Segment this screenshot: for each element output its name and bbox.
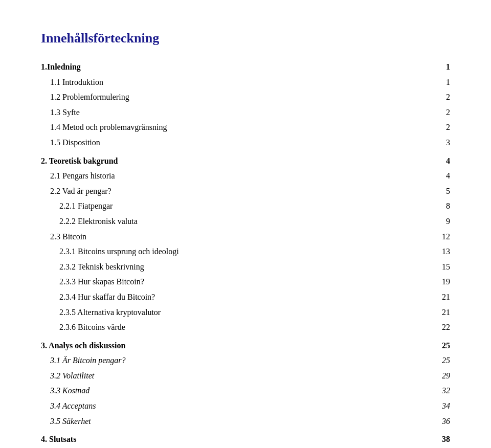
toc-item-2.2: 2.2 Vad är pengar?5 [41, 185, 450, 198]
toc-page-2.3.5: 21 [435, 306, 450, 319]
toc-page-3.1: 25 [435, 354, 450, 367]
toc-item-1.3: 1.3 Syfte2 [41, 106, 450, 119]
toc-label-1.4: 1.4 Metod och problemavgränsning [50, 121, 435, 134]
toc-item-1.5: 1.5 Disposition3 [41, 136, 450, 149]
toc-label-2.2.2: 2.2.2 Elektronisk valuta [59, 215, 435, 228]
toc-item-3.3: 3.3 Kostnad32 [41, 384, 450, 397]
toc-label-1: 1.Inledning [41, 60, 435, 74]
toc-label-3.1: 3.1 Är Bitcoin pengar? [50, 354, 435, 367]
toc-page-4: 38 [435, 433, 450, 446]
toc-label-2.3: 2.3 Bitcoin [50, 230, 435, 243]
toc-label-2.2.1: 2.2.1 Fiatpengar [59, 199, 435, 213]
toc-page-2: 4 [435, 154, 450, 168]
page-title: Innehållsförteckning [41, 31, 450, 46]
toc-label-2.3.1: 2.3.1 Bitcoins ursprung och ideologi [59, 245, 435, 258]
toc-page-2.2: 5 [435, 185, 450, 198]
toc-page-2.3.6: 22 [435, 321, 450, 334]
toc-item-3.2: 3.2 Volatilitet29 [41, 369, 450, 383]
toc-item-2.3: 2.3 Bitcoin12 [41, 230, 450, 243]
toc-item-2.3.1: 2.3.1 Bitcoins ursprung och ideologi13 [41, 245, 450, 258]
toc-label-2.3.2: 2.3.2 Teknisk beskrivning [59, 260, 435, 274]
toc-item-2.2.2: 2.2.2 Elektronisk valuta9 [41, 215, 450, 228]
toc-item-2: 2. Teoretisk bakgrund4 [41, 154, 450, 168]
toc-item-3.1: 3.1 Är Bitcoin pengar?25 [41, 354, 450, 367]
toc-page-1.2: 2 [435, 91, 450, 104]
toc-item-3.4: 3.4 Acceptans34 [41, 399, 450, 413]
toc-container: 1.Inledning11.1 Introduktion11.2 Problem… [41, 60, 450, 448]
toc-label-2.3.5: 2.3.5 Alternativa kryptovalutor [59, 306, 435, 319]
toc-page-1.1: 1 [435, 76, 450, 89]
toc-label-1.2: 1.2 Problemformulering [50, 91, 435, 104]
toc-page-2.2.1: 8 [435, 199, 450, 213]
toc-label-1.3: 1.3 Syfte [50, 106, 435, 119]
toc-item-1.2: 1.2 Problemformulering2 [41, 91, 450, 104]
toc-item-2.3.3: 2.3.3 Hur skapas Bitcoin?19 [41, 275, 450, 288]
toc-page-2.3.3: 19 [435, 275, 450, 288]
toc-label-1.1: 1.1 Introduktion [50, 76, 435, 89]
toc-page-1.4: 2 [435, 121, 450, 134]
toc-label-2: 2. Teoretisk bakgrund [41, 154, 435, 168]
toc-label-4: 4. Slutsats [41, 433, 435, 446]
toc-item-1.1: 1.1 Introduktion1 [41, 76, 450, 89]
toc-item-2.3.2: 2.3.2 Teknisk beskrivning15 [41, 260, 450, 274]
toc-page-2.1: 4 [435, 169, 450, 183]
toc-item-1.4: 1.4 Metod och problemavgränsning2 [41, 121, 450, 134]
toc-page-3.5: 36 [435, 415, 450, 428]
toc-item-3.5: 3.5 Säkerhet36 [41, 415, 450, 428]
toc-page-1.5: 3 [435, 136, 450, 149]
toc-label-1.5: 1.5 Disposition [50, 136, 435, 149]
toc-item-1: 1.Inledning1 [41, 60, 450, 74]
toc-page-3: 25 [435, 339, 450, 352]
toc-item-2.3.6: 2.3.6 Bitcoins värde22 [41, 321, 450, 334]
toc-item-2.3.4: 2.3.4 Hur skaffar du Bitcoin?21 [41, 290, 450, 304]
toc-page-3.2: 29 [435, 369, 450, 383]
toc-label-3.2: 3.2 Volatilitet [50, 369, 435, 383]
toc-item-2.2.1: 2.2.1 Fiatpengar8 [41, 199, 450, 213]
toc-label-2.1: 2.1 Pengars historia [50, 169, 435, 183]
toc-page-2.3.2: 15 [435, 260, 450, 274]
toc-page-2.2.2: 9 [435, 215, 450, 228]
toc-label-3.5: 3.5 Säkerhet [50, 415, 435, 428]
toc-label-3.4: 3.4 Acceptans [50, 399, 435, 413]
toc-item-3: 3. Analys och diskussion25 [41, 339, 450, 352]
toc-label-2.2: 2.2 Vad är pengar? [50, 185, 435, 198]
toc-page-3.3: 32 [435, 384, 450, 397]
toc-page-2.3.4: 21 [435, 290, 450, 304]
toc-label-3.3: 3.3 Kostnad [50, 384, 435, 397]
toc-label-2.3.6: 2.3.6 Bitcoins värde [59, 321, 435, 334]
toc-label-2.3.4: 2.3.4 Hur skaffar du Bitcoin? [59, 290, 435, 304]
toc-item-4: 4. Slutsats38 [41, 433, 450, 446]
toc-item-2.1: 2.1 Pengars historia4 [41, 169, 450, 183]
toc-label-3: 3. Analys och diskussion [41, 339, 435, 352]
toc-page-2.3: 12 [435, 230, 450, 243]
toc-label-2.3.3: 2.3.3 Hur skapas Bitcoin? [59, 275, 435, 288]
toc-page-1: 1 [435, 60, 450, 74]
toc-item-2.3.5: 2.3.5 Alternativa kryptovalutor21 [41, 306, 450, 319]
toc-page-1.3: 2 [435, 106, 450, 119]
toc-page-3.4: 34 [435, 399, 450, 413]
toc-page-2.3.1: 13 [435, 245, 450, 258]
